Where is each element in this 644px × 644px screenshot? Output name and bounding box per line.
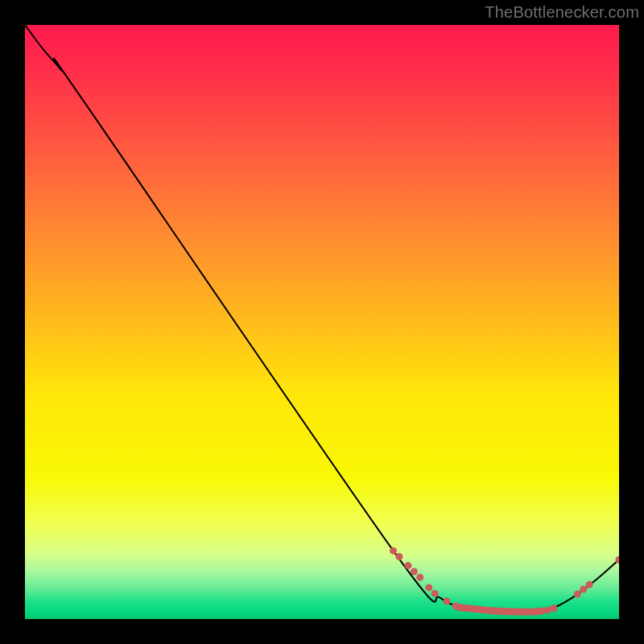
bottleneck-curve <box>25 25 619 613</box>
marker-group <box>390 547 619 616</box>
chart-stage: TheBottlenecker.com <box>0 0 644 644</box>
data-marker <box>431 590 439 597</box>
data-marker <box>574 591 581 598</box>
data-marker <box>425 584 432 591</box>
data-marker <box>390 547 397 555</box>
watermark-text: TheBottlenecker.com <box>485 3 639 22</box>
data-marker <box>411 568 418 575</box>
data-marker <box>580 586 587 593</box>
data-marker <box>586 581 593 588</box>
data-marker <box>395 553 402 560</box>
data-marker <box>416 574 423 581</box>
data-marker <box>550 605 557 612</box>
plot-area <box>25 25 619 619</box>
data-marker <box>443 597 450 605</box>
data-marker <box>405 562 412 569</box>
curve-overlay <box>25 25 619 619</box>
